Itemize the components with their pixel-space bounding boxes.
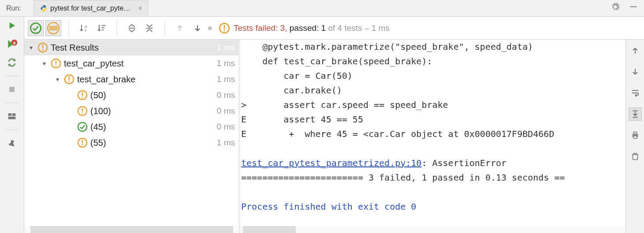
- status-passed-text: passed: 1: [290, 23, 326, 33]
- tree-node-time: 0 ms: [213, 106, 235, 116]
- console-output[interactable]: @pytest.mark.parametrize("speed_brake", …: [240, 40, 625, 226]
- tree-node-time: 1 ms: [213, 43, 235, 52]
- svg-rect-14: [8, 113, 12, 116]
- toggle-autotest-icon[interactable]: [6, 56, 18, 69]
- python-icon: [40, 4, 48, 13]
- test-status-summary: Tests failed: 3, passed: 1 of 4 tests – …: [217, 22, 390, 34]
- tree-node-time: 0 ms: [213, 122, 235, 132]
- svg-point-8: [43, 6, 43, 6]
- test-tree[interactable]: ▾ Test Results 1 ms ▾test_car_pytest1 ms…: [24, 40, 238, 226]
- chevron-down-icon[interactable]: ▾: [51, 76, 64, 83]
- tree-node-time: 1 ms: [213, 138, 235, 148]
- run-tab-title: pytest for test_car_pytest.test_c...: [50, 4, 133, 12]
- minimize-icon[interactable]: [629, 2, 638, 15]
- pass-icon: [77, 122, 88, 132]
- svg-rect-20: [102, 27, 104, 28]
- run-tool-body: 9: [0, 17, 644, 233]
- tree-h-scrollbar[interactable]: [24, 226, 238, 233]
- test-toolbar: az: [24, 17, 644, 40]
- test-tree-root[interactable]: ▾ Test Results 1 ms: [24, 40, 238, 55]
- show-ignored-toggle[interactable]: [45, 20, 61, 36]
- run-label: Run:: [3, 4, 25, 12]
- warn-icon: [77, 137, 88, 148]
- scroll-end-icon[interactable]: [629, 107, 642, 121]
- svg-text:z: z: [85, 28, 87, 33]
- softwrap-icon[interactable]: [629, 86, 642, 100]
- svg-text:9: 9: [13, 41, 16, 45]
- test-tree-node[interactable]: (55)1 ms: [24, 135, 238, 151]
- sort-duration-icon[interactable]: [93, 20, 109, 36]
- run-main-area: az: [24, 17, 644, 233]
- test-tree-node[interactable]: ▾test_car_pytest1 ms: [24, 55, 238, 71]
- test-tree-panel: ▾ Test Results 1 ms ▾test_car_pytest1 ms…: [24, 40, 240, 233]
- tree-node-label: (45): [90, 122, 213, 132]
- tree-node-label: test_car_brake: [77, 74, 213, 85]
- tree-node-label: (100): [90, 106, 213, 116]
- prev-failed-icon[interactable]: [172, 20, 188, 36]
- test-tree-node[interactable]: (50)0 ms: [24, 87, 238, 103]
- warn-icon: [64, 74, 74, 85]
- warn-icon: [51, 58, 61, 69]
- console-right-gutter: [625, 40, 644, 233]
- svg-rect-19: [102, 25, 105, 26]
- up-arrow-icon[interactable]: [629, 44, 642, 57]
- toolwindow-actions: [610, 2, 644, 15]
- svg-rect-21: [102, 30, 104, 30]
- run-tab[interactable]: pytest for test_car_pytest.test_c... ×: [34, 0, 148, 16]
- chevron-down-icon[interactable]: ▾: [24, 44, 37, 51]
- stop-icon[interactable]: [6, 83, 18, 96]
- warn-icon: [37, 42, 48, 53]
- pin-icon[interactable]: [6, 137, 18, 149]
- content-split: ▾ Test Results 1 ms ▾test_car_pytest1 ms…: [24, 40, 644, 233]
- status-rest-text: of 4 tests – 1 ms: [328, 23, 389, 33]
- status-failed-text: Tests failed: 3,: [234, 23, 287, 33]
- run-icon[interactable]: [6, 19, 18, 32]
- warn-icon: [77, 90, 88, 100]
- warn-icon: [219, 22, 230, 34]
- gear-icon[interactable]: [610, 2, 620, 15]
- expand-all-icon[interactable]: [124, 20, 140, 36]
- show-passed-toggle[interactable]: [28, 20, 44, 36]
- rerun-failed-icon[interactable]: 9: [6, 38, 18, 50]
- run-tool-header: Run: pytest for test_car_pytest.test_c..…: [0, 0, 644, 17]
- svg-rect-16: [8, 117, 16, 119]
- down-arrow-icon[interactable]: [629, 65, 642, 78]
- layout-icon[interactable]: [6, 110, 18, 122]
- tree-node-time: 1 ms: [213, 59, 235, 68]
- file-link[interactable]: test_car_pytest_parametrized.py:10: [241, 158, 421, 168]
- svg-rect-26: [633, 136, 637, 139]
- tree-node-label: (50): [90, 90, 213, 100]
- run-tabs: pytest for test_car_pytest.test_c... ×: [34, 0, 148, 16]
- console-panel: @pytest.mark.parametrize("speed_brake", …: [240, 40, 625, 233]
- svg-rect-10: [630, 6, 637, 7]
- close-icon[interactable]: ×: [135, 4, 145, 13]
- trash-icon[interactable]: [629, 150, 642, 163]
- test-tree-node[interactable]: (100)0 ms: [24, 103, 238, 119]
- svg-point-9: [45, 10, 45, 11]
- tree-node-time: 0 ms: [213, 90, 235, 100]
- tree-node-time: 1 ms: [213, 74, 235, 84]
- test-tree-node[interactable]: ▾test_car_brake1 ms: [24, 71, 238, 87]
- warn-icon: [77, 106, 88, 116]
- console-h-scrollbar[interactable]: [240, 226, 625, 233]
- test-tree-node[interactable]: (45)0 ms: [24, 119, 238, 135]
- svg-rect-25: [633, 132, 637, 134]
- tree-node-label: Test Results: [51, 43, 213, 53]
- svg-rect-13: [9, 87, 15, 92]
- tree-node-label: test_car_pytest: [64, 59, 213, 69]
- svg-rect-15: [12, 113, 16, 116]
- chevron-down-icon[interactable]: ▾: [37, 60, 51, 67]
- sort-alpha-icon[interactable]: az: [76, 20, 92, 36]
- next-failed-icon[interactable]: [190, 20, 205, 36]
- collapse-all-icon[interactable]: [141, 20, 157, 36]
- tree-node-label: (55): [90, 138, 213, 148]
- more-actions-icon[interactable]: »: [207, 20, 212, 36]
- print-icon[interactable]: [629, 129, 642, 142]
- run-left-gutter: 9: [0, 17, 24, 233]
